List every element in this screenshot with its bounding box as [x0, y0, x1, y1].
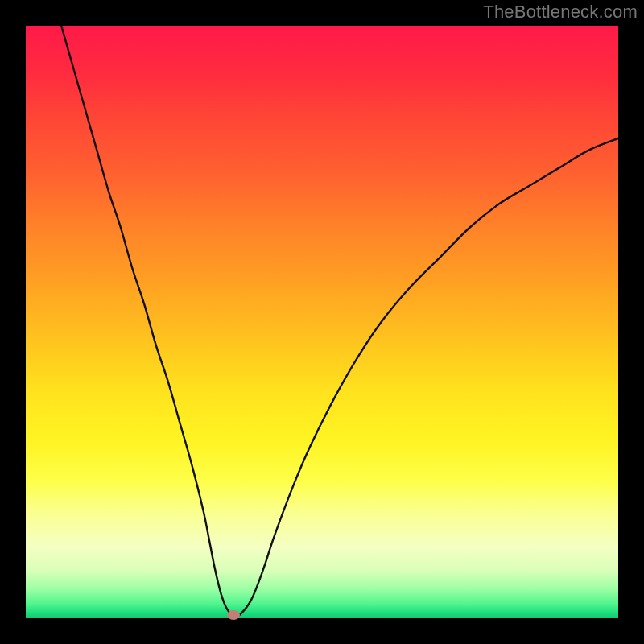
optimal-point-marker: [227, 610, 240, 620]
bottleneck-curve: [26, 26, 618, 618]
plot-area: [26, 26, 618, 618]
watermark-text: TheBottleneck.com: [483, 2, 638, 23]
